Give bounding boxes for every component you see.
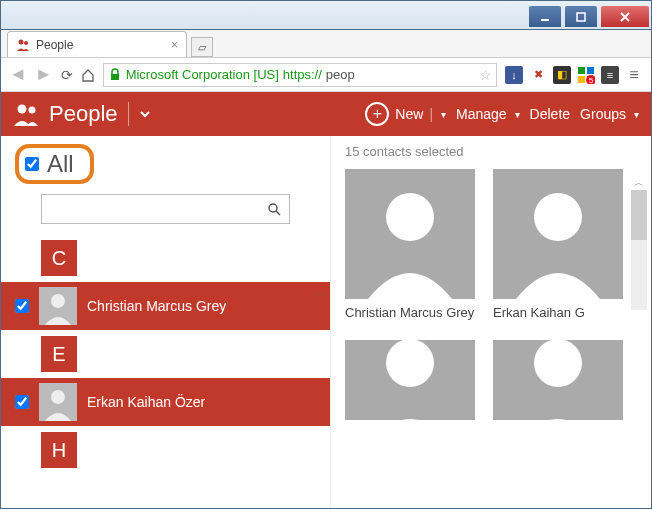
url-scheme: https:// <box>283 67 322 82</box>
avatar-icon <box>39 383 77 421</box>
window-maximize-button[interactable] <box>565 6 597 27</box>
chevron-down-icon[interactable]: ▾ <box>441 109 446 120</box>
scroll-up-icon[interactable]: ︿ <box>631 176 647 190</box>
plus-icon: + <box>365 102 389 126</box>
people-icon <box>13 101 39 127</box>
extension-icon[interactable]: 5 <box>577 66 595 84</box>
app-header: People + New | ▾ Manage ▾ Delete Groups … <box>1 92 651 136</box>
svg-point-16 <box>51 294 65 308</box>
url-rest: peop <box>326 67 355 82</box>
svg-rect-4 <box>111 74 119 80</box>
search-icon[interactable] <box>267 202 281 216</box>
contact-name: Erkan Kaihan Özer <box>87 394 205 410</box>
lock-icon <box>108 68 122 82</box>
ev-cert-label: Microsoft Corporation [US] <box>126 67 279 82</box>
svg-point-13 <box>269 204 277 212</box>
svg-rect-6 <box>587 67 594 74</box>
contact-card[interactable] <box>345 340 475 420</box>
bookmark-star-icon[interactable]: ☆ <box>479 67 492 83</box>
address-bar[interactable]: Microsoft Corporation [US] https://peop … <box>103 63 497 87</box>
new-button[interactable]: + New | ▾ <box>365 102 446 126</box>
svg-point-3 <box>24 41 28 45</box>
browser-tabstrip: People × ▱ <box>1 30 651 58</box>
avatar-icon <box>493 340 623 420</box>
groups-label: Groups <box>580 106 626 122</box>
avatar-icon <box>345 169 475 299</box>
home-button[interactable] <box>81 68 95 82</box>
tab-title: People <box>36 38 73 52</box>
scrollbar[interactable]: ︿ <box>631 176 647 310</box>
groups-button[interactable]: Groups ▾ <box>580 106 639 122</box>
svg-rect-5 <box>578 67 585 74</box>
search-box[interactable] <box>41 194 290 224</box>
svg-line-14 <box>276 211 280 215</box>
scroll-up-icon[interactable]: ︿ <box>314 286 328 300</box>
delete-label: Delete <box>530 106 570 122</box>
scrollbar[interactable]: ︿ <box>314 286 328 486</box>
letter-header[interactable]: H <box>41 432 77 468</box>
svg-point-11 <box>18 105 27 114</box>
new-label: New <box>395 106 423 122</box>
svg-point-18 <box>51 390 65 404</box>
svg-rect-1 <box>577 13 585 21</box>
window-titlebar <box>0 0 652 30</box>
forward-button[interactable]: ► <box>35 64 53 85</box>
contact-card[interactable] <box>493 340 623 420</box>
svg-point-26 <box>534 340 582 387</box>
letter-header[interactable]: C <box>41 240 77 276</box>
app-title: People <box>49 101 118 127</box>
divider <box>128 102 129 126</box>
chevron-down-icon: ▾ <box>634 109 639 120</box>
contacts-list-pane: All C Christian Marcus Gre <box>1 136 331 508</box>
contact-card[interactable]: Christian Marcus Grey <box>345 169 475 320</box>
svg-text:5: 5 <box>589 76 594 84</box>
svg-rect-7 <box>578 76 585 83</box>
svg-point-2 <box>19 39 24 44</box>
view-dropdown[interactable] <box>139 108 151 120</box>
contact-checkbox[interactable] <box>15 395 29 409</box>
manage-button[interactable]: Manage ▾ <box>456 106 520 122</box>
delete-button[interactable]: Delete <box>530 106 570 122</box>
extension-icon[interactable]: ≡ <box>601 66 619 84</box>
svg-rect-0 <box>541 19 549 21</box>
search-input[interactable] <box>50 202 267 217</box>
avatar-icon <box>493 169 623 299</box>
browser-toolbar: ◄ ► ⟳ Microsoft Corporation [US] https:/… <box>1 58 651 92</box>
extension-icons: ↓ ✖ ◧ 5 ≡ ≡ <box>505 66 643 84</box>
reload-button[interactable]: ⟳ <box>61 67 73 83</box>
svg-point-22 <box>534 193 582 241</box>
new-tab-button[interactable]: ▱ <box>191 37 213 57</box>
contact-name: Christian Marcus Grey <box>87 298 226 314</box>
contact-row[interactable]: Erkan Kaihan Özer <box>1 378 330 426</box>
contact-checkbox[interactable] <box>15 299 29 313</box>
svg-point-12 <box>29 107 36 114</box>
extension-icon[interactable]: ◧ <box>553 66 571 84</box>
select-all-control[interactable]: All <box>15 144 94 184</box>
contact-card[interactable]: Erkan Kaihan G <box>493 169 623 320</box>
avatar-icon <box>345 340 475 420</box>
back-button[interactable]: ◄ <box>9 64 27 85</box>
manage-label: Manage <box>456 106 507 122</box>
browser-menu-button[interactable]: ≡ <box>625 66 643 84</box>
tab-close-icon[interactable]: × <box>171 38 178 52</box>
avatar-icon <box>39 287 77 325</box>
window-close-button[interactable] <box>601 6 649 27</box>
contact-row[interactable]: Christian Marcus Grey <box>1 282 330 330</box>
select-all-checkbox[interactable] <box>25 157 39 171</box>
letter-header[interactable]: E <box>41 336 77 372</box>
contacts-list: C Christian Marcus Grey E Erkan Kaihan Ö… <box>1 234 330 474</box>
select-all-label: All <box>47 150 74 178</box>
divider: | <box>429 106 433 122</box>
card-name: Erkan Kaihan G <box>493 305 623 320</box>
extension-icon[interactable]: ✖ <box>529 66 547 84</box>
extension-icon[interactable]: ↓ <box>505 66 523 84</box>
svg-point-24 <box>386 340 434 387</box>
scroll-thumb[interactable] <box>631 190 647 240</box>
scroll-track[interactable] <box>631 190 647 310</box>
card-name: Christian Marcus Grey <box>345 305 475 320</box>
svg-point-20 <box>386 193 434 241</box>
browser-tab[interactable]: People × <box>7 31 187 57</box>
people-icon <box>16 38 30 52</box>
window-minimize-button[interactable] <box>529 6 561 27</box>
selection-status: 15 contacts selected <box>345 144 651 159</box>
